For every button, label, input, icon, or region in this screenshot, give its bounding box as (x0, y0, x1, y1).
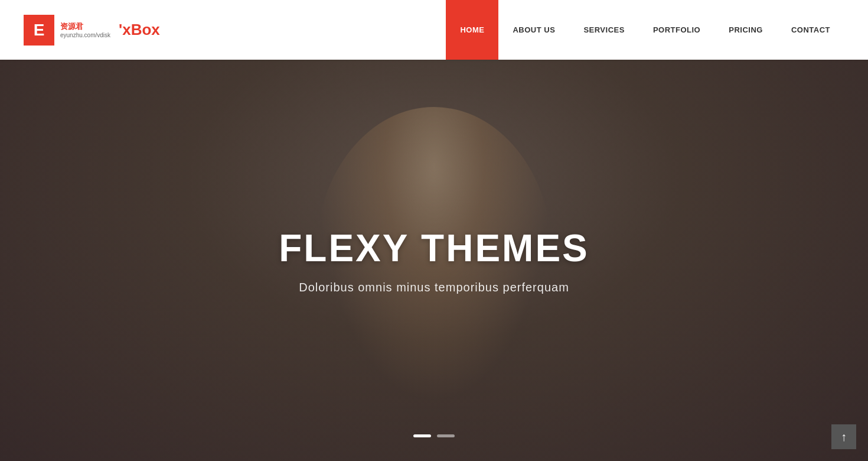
logo-chinese: 资源君 (60, 21, 110, 32)
nav-item-contact[interactable]: CONTACT (777, 0, 844, 60)
logo-icon: E (24, 15, 54, 46)
slider-dot-1[interactable] (437, 434, 455, 437)
nav-link-contact[interactable]: CONTACT (777, 0, 844, 60)
logo: E 资源君 eyunzhu.com/vdisk 'xBox (24, 15, 160, 46)
nav-item-home[interactable]: HOME (446, 0, 498, 60)
nav-link-portfolio[interactable]: PORTFOLIO (639, 0, 714, 60)
hero-content: FLEXY THEMES Doloribus omnis minus tempo… (279, 226, 589, 294)
slider-dots (413, 434, 455, 437)
nav-item-services[interactable]: SERVICES (569, 0, 639, 60)
navbar: E 资源君 eyunzhu.com/vdisk 'xBox HOMEABOUT … (0, 0, 868, 60)
nav-link-pricing[interactable]: PRICING (714, 0, 777, 60)
scroll-top-button[interactable]: ↑ (831, 424, 856, 449)
nav-item-portfolio[interactable]: PORTFOLIO (639, 0, 714, 60)
logo-text: 资源君 eyunzhu.com/vdisk (60, 21, 110, 38)
logo-brand: 'xBox (119, 21, 160, 39)
hero-subtitle: Doloribus omnis minus temporibus perferq… (279, 281, 589, 294)
hero-section: FLEXY THEMES Doloribus omnis minus tempo… (0, 60, 868, 461)
nav-link-about[interactable]: ABOUT US (498, 0, 569, 60)
logo-url: eyunzhu.com/vdisk (60, 32, 110, 38)
nav-link-home[interactable]: HOME (446, 0, 498, 60)
hero-title: FLEXY THEMES (279, 226, 589, 270)
scroll-top-icon: ↑ (841, 430, 847, 444)
nav-menu: HOMEABOUT USSERVICESPORTFOLIOPRICINGCONT… (446, 0, 844, 60)
nav-item-about[interactable]: ABOUT US (498, 0, 569, 60)
nav-link-services[interactable]: SERVICES (569, 0, 639, 60)
slider-dot-0[interactable] (413, 434, 431, 437)
nav-item-pricing[interactable]: PRICING (714, 0, 777, 60)
